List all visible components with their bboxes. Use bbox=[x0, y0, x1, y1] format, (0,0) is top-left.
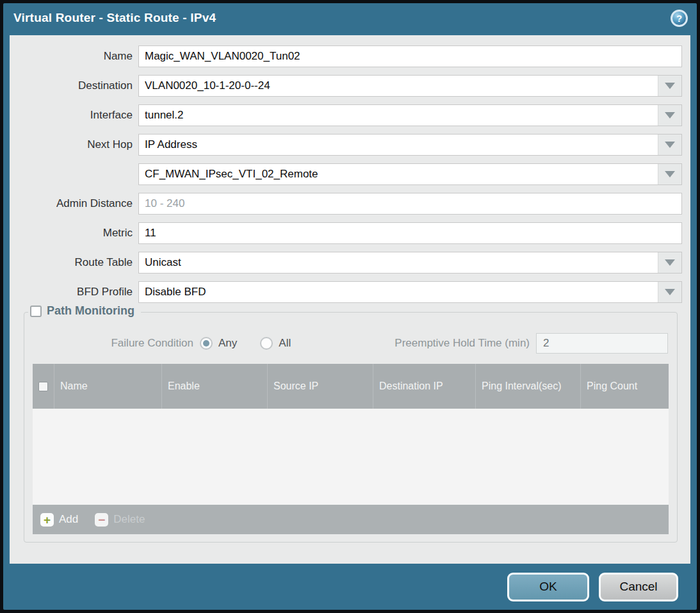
route-table-input[interactable] bbox=[139, 252, 658, 273]
dialog-titlebar: Virtual Router - Static Route - IPv4 ? bbox=[3, 3, 697, 33]
form-row-route-table: Route Table bbox=[10, 252, 682, 274]
table-toolbar: + Add − Delete bbox=[33, 505, 669, 534]
form-row-next-hop: Next Hop bbox=[10, 134, 682, 156]
destination-field bbox=[138, 75, 682, 97]
bfd-profile-dropdown-button[interactable] bbox=[658, 282, 681, 302]
interface-label: Interface bbox=[10, 109, 138, 122]
screenshot-frame: Virtual Router - Static Route - IPv4 ? N… bbox=[0, 0, 700, 613]
radio-dot bbox=[203, 340, 209, 347]
name-input[interactable] bbox=[139, 46, 681, 67]
bfd-profile-field bbox=[138, 281, 682, 303]
form-row-next-hop-address bbox=[10, 163, 682, 185]
route-table-label: Route Table bbox=[10, 256, 138, 269]
column-header-destination-ip: Destination IP bbox=[373, 364, 476, 409]
form-row-name: Name bbox=[10, 45, 682, 67]
select-all-checkbox[interactable] bbox=[38, 382, 48, 391]
form-row-destination: Destination bbox=[10, 75, 682, 97]
radio-all[interactable] bbox=[260, 337, 273, 350]
radio-option-all: All bbox=[260, 337, 291, 350]
next-hop-address-input[interactable] bbox=[139, 164, 658, 184]
path-monitoring-checkbox[interactable] bbox=[30, 306, 42, 317]
next-hop-address-field bbox=[138, 163, 682, 185]
help-icon[interactable]: ? bbox=[671, 10, 688, 27]
add-button[interactable]: + Add bbox=[40, 513, 78, 527]
failure-condition-label: Failure Condition bbox=[32, 337, 200, 350]
form-row-bfd-profile: BFD Profile bbox=[10, 281, 682, 303]
radio-any-label: Any bbox=[218, 337, 237, 350]
ok-button[interactable]: OK bbox=[507, 573, 589, 601]
destination-dropdown-button[interactable] bbox=[658, 76, 681, 96]
form-row-interface: Interface bbox=[10, 104, 682, 126]
dialog-title: Virtual Router - Static Route - IPv4 bbox=[13, 11, 216, 25]
admin-distance-input[interactable] bbox=[139, 193, 681, 214]
path-monitoring-legend: Path Monitoring bbox=[28, 304, 141, 318]
name-field bbox=[138, 45, 682, 67]
column-header-name: Name bbox=[54, 364, 162, 409]
bfd-profile-input[interactable] bbox=[139, 282, 658, 302]
chevron-down-icon bbox=[665, 289, 675, 295]
delete-button[interactable]: − Delete bbox=[95, 513, 145, 527]
path-monitoring-table: Name Enable Source IP Destination IP Pin… bbox=[33, 364, 669, 534]
delete-minus-icon: − bbox=[95, 513, 108, 527]
static-route-dialog: Virtual Router - Static Route - IPv4 ? N… bbox=[3, 3, 697, 610]
next-hop-type-field bbox=[138, 134, 682, 156]
table-header-row: Name Enable Source IP Destination IP Pin… bbox=[33, 364, 669, 409]
table-body-empty bbox=[33, 409, 669, 505]
dialog-body-panel: Name Destination Interface bbox=[10, 35, 690, 564]
next-hop-type-dropdown-button[interactable] bbox=[658, 135, 681, 155]
preemptive-hold-time-label: Preemptive Hold Time (min) bbox=[395, 337, 536, 350]
next-hop-type-input[interactable] bbox=[139, 135, 658, 155]
chevron-down-icon bbox=[665, 171, 675, 177]
path-monitoring-section: Path Monitoring Failure Condition Any Al… bbox=[24, 312, 678, 543]
interface-field bbox=[138, 104, 682, 126]
preemptive-hold-time-input[interactable] bbox=[536, 333, 668, 354]
radio-any[interactable] bbox=[200, 337, 213, 350]
cancel-button[interactable]: Cancel bbox=[599, 573, 678, 601]
name-label: Name bbox=[10, 50, 138, 63]
chevron-down-icon bbox=[665, 259, 675, 266]
radio-option-any: Any bbox=[200, 337, 237, 350]
column-header-ping-interval: Ping Interval(sec) bbox=[476, 364, 581, 409]
failure-condition-row: Failure Condition Any All Preemptive Hol… bbox=[32, 333, 668, 354]
route-table-field bbox=[138, 252, 682, 274]
metric-field bbox=[138, 222, 682, 244]
column-header-source-ip: Source IP bbox=[268, 364, 373, 409]
next-hop-label: Next Hop bbox=[10, 138, 138, 151]
column-header-enable: Enable bbox=[162, 364, 268, 409]
select-all-column bbox=[33, 364, 54, 409]
chevron-down-icon bbox=[665, 142, 675, 148]
bfd-profile-label: BFD Profile bbox=[10, 286, 138, 298]
chevron-down-icon bbox=[665, 112, 675, 119]
form-row-metric: Metric bbox=[10, 222, 682, 244]
admin-distance-field bbox=[138, 193, 682, 215]
chevron-down-icon bbox=[665, 83, 675, 89]
form-row-admin-distance: Admin Distance bbox=[10, 193, 682, 215]
add-button-label: Add bbox=[59, 513, 78, 526]
metric-label: Metric bbox=[10, 227, 138, 240]
interface-input[interactable] bbox=[139, 105, 658, 126]
admin-distance-label: Admin Distance bbox=[10, 197, 138, 210]
destination-input[interactable] bbox=[139, 76, 658, 96]
path-monitoring-title: Path Monitoring bbox=[47, 304, 134, 318]
metric-input[interactable] bbox=[139, 223, 681, 243]
delete-button-label: Delete bbox=[113, 513, 145, 526]
next-hop-address-dropdown-button[interactable] bbox=[658, 164, 681, 184]
route-table-dropdown-button[interactable] bbox=[658, 252, 681, 273]
radio-all-label: All bbox=[279, 337, 291, 350]
interface-dropdown-button[interactable] bbox=[658, 105, 681, 126]
radio-dot bbox=[263, 340, 270, 347]
dialog-footer: OK Cancel bbox=[3, 564, 697, 610]
destination-label: Destination bbox=[10, 79, 138, 92]
column-header-ping-count: Ping Count bbox=[581, 364, 669, 409]
add-plus-icon: + bbox=[40, 513, 54, 527]
